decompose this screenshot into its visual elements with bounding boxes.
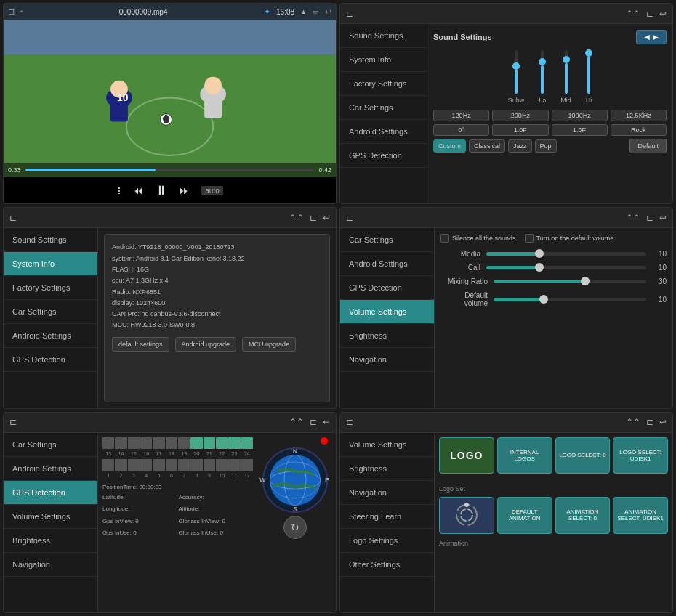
sidebar-item-brightness[interactable]: Brightness — [4, 529, 97, 553]
android-upgrade-btn[interactable]: Android upgrade — [175, 337, 237, 352]
default-vol-checkbox-box[interactable] — [525, 234, 534, 243]
home-icon[interactable]: ⊏ — [346, 213, 353, 223]
media-value: 10 — [652, 250, 667, 258]
preset-pop[interactable]: Pop — [535, 139, 557, 153]
nav-up-icon[interactable]: ⌃⌃ — [626, 213, 640, 223]
current-time: 0:33 — [8, 166, 21, 174]
freq-btn-120hz[interactable]: 120Hz — [433, 110, 489, 121]
nav-home-icon[interactable]: ⊏ — [646, 9, 653, 19]
sidebar-item-steering[interactable]: Steering Learn — [340, 505, 434, 529]
freq-btn-125khz[interactable]: 12.5KHz — [611, 110, 667, 121]
anim-select-udisk1-btn[interactable]: ANIMATION SELECT: UDISK1 — [613, 497, 668, 534]
sidebar-item-volume[interactable]: Volume Settings — [340, 433, 434, 457]
sidebar-item-car[interactable]: Car Settings — [4, 433, 97, 457]
sidebar-item-brightness[interactable]: Brightness — [340, 324, 434, 348]
logo-select-udisk1-btn[interactable]: LOGO SELECT: UDISK1 — [613, 437, 668, 474]
mcu-upgrade-btn[interactable]: MCU upgrade — [242, 337, 296, 352]
video-time-bar: 0:33 0:42 — [4, 163, 336, 177]
silence-checkbox-box[interactable] — [440, 234, 449, 243]
prev-btn[interactable]: ⏮ — [133, 185, 143, 196]
sidebar-item-gps-detection[interactable]: GPS Detection — [340, 276, 434, 300]
sidebar-item-car-settings[interactable]: Car Settings — [340, 228, 434, 252]
sidebar-item-system-info[interactable]: System Info — [340, 48, 427, 72]
preset-classical[interactable]: Classical — [469, 139, 505, 153]
nav-back-icon[interactable]: ↩ — [325, 7, 331, 17]
home-icon[interactable]: ⊏ — [346, 417, 353, 427]
sidebar-item-car[interactable]: Car Settings — [4, 300, 97, 324]
preset-row: Custom Classical Jazz Pop Default — [433, 139, 667, 153]
nav-up-icon[interactable]: ⌃⌃ — [626, 9, 640, 19]
default-settings-btn[interactable]: default settings — [112, 337, 169, 352]
eq-arrows-btn[interactable]: ◄► — [636, 30, 667, 44]
equalizer-btn[interactable]: ⫶ — [116, 185, 121, 196]
sidebar-item-android[interactable]: Android Settings — [4, 324, 97, 348]
sidebar-item-factory-settings[interactable]: Factory Settings — [340, 72, 427, 96]
sidebar-item-system-info[interactable]: System Info — [4, 252, 97, 276]
gps-refresh-btn[interactable]: ↻ — [283, 516, 307, 539]
info-system: system: Android 8.1 Car Edition kenel 3.… — [112, 254, 322, 264]
default-btn[interactable]: Default — [629, 139, 667, 153]
playpause-btn[interactable]: ⏸ — [155, 183, 168, 198]
nav-back-icon[interactable]: ↩ — [323, 213, 330, 223]
sidebar-item-volume-settings[interactable]: Volume Settings — [340, 300, 434, 324]
speed-label[interactable]: auto — [201, 186, 222, 195]
nav-home-icon[interactable]: ⊏ — [646, 417, 653, 427]
preset-jazz[interactable]: Jazz — [508, 139, 532, 153]
freq-btn-1000hz[interactable]: 1000Hz — [552, 110, 608, 121]
nav-back-icon[interactable]: ↩ — [323, 417, 330, 427]
nav-back-icon[interactable]: ↩ — [659, 417, 667, 427]
logo-main-item[interactable]: LOGO — [439, 437, 494, 474]
phase-btn-rock[interactable]: Rock — [611, 124, 667, 136]
nav-up-icon[interactable]: ⌃⌃ — [626, 417, 640, 427]
home-icon[interactable]: ⊏ — [346, 9, 353, 19]
anim-main-item[interactable] — [439, 497, 494, 534]
info-flash: FLASH: 16G — [112, 264, 322, 275]
sidebar-item-gps[interactable]: GPS Detection — [4, 481, 97, 505]
nav-home-icon[interactable]: ⊏ — [310, 417, 317, 427]
phase-btn-1f1[interactable]: 1.0F — [492, 124, 548, 136]
nav-up-icon[interactable]: ⌃⌃ — [289, 213, 304, 223]
sidebar-item-factory[interactable]: Factory Settings — [4, 276, 97, 300]
sidebar-item-car-settings[interactable]: Car Settings — [340, 96, 427, 120]
media-slider[interactable] — [486, 252, 646, 256]
sidebar-item-android-settings[interactable]: Android Settings — [340, 120, 427, 144]
nav-back-icon[interactable]: ↩ — [659, 9, 667, 19]
sidebar-item-navigation[interactable]: Navigation — [340, 481, 434, 505]
eq-channel-lo: Lo — [539, 50, 546, 104]
logo-select-0-btn[interactable]: LOGO SELECT: 0 — [555, 437, 611, 474]
sidebar-item-sound[interactable]: Sound Settings — [4, 228, 97, 252]
next-btn[interactable]: ⏭ — [180, 185, 190, 196]
default-vol-slider[interactable] — [494, 298, 646, 301]
silence-checkbox[interactable]: Silence all the sounds — [440, 234, 516, 243]
sidebar-item-navigation[interactable]: Navigation — [4, 553, 97, 577]
internal-logos-btn[interactable]: INTERNAL LOGOS — [497, 437, 552, 474]
sidebar-item-volume[interactable]: Volume Settings — [4, 505, 97, 529]
home-icon[interactable]: ⊏ — [9, 417, 17, 427]
sidebar-item-gps-detection[interactable]: GPS Detection — [340, 144, 427, 168]
call-value: 10 — [652, 264, 667, 272]
phase-btn-0[interactable]: 0° — [433, 124, 489, 136]
default-animation-btn[interactable]: DEFAULT ANIMATION — [497, 497, 552, 534]
nav-back-icon[interactable]: ↩ — [659, 213, 667, 223]
default-vol-checkbox[interactable]: Turn on the default volume — [525, 234, 614, 243]
anim-select-0-btn[interactable]: ANIMATION SELECT: 0 — [555, 497, 611, 534]
sidebar-item-sound-settings[interactable]: Sound Settings — [340, 24, 427, 48]
sidebar-item-logo[interactable]: Logo Settings — [340, 529, 434, 553]
nav-up-icon[interactable]: ⌃⌃ — [289, 417, 304, 427]
phase-btn-1f2[interactable]: 1.0F — [552, 124, 608, 136]
sidebar-item-brightness[interactable]: Brightness — [340, 457, 434, 481]
mixing-slider[interactable] — [494, 280, 646, 283]
nav-home-icon[interactable]: ⊏ — [310, 213, 317, 223]
sidebar-item-android[interactable]: Android Settings — [4, 457, 97, 481]
sidebar-item-android-settings[interactable]: Android Settings — [340, 252, 434, 276]
preset-custom[interactable]: Custom — [433, 139, 466, 153]
freq-btn-200hz[interactable]: 200Hz — [492, 110, 548, 121]
home-icon[interactable]: ⊏ — [9, 213, 17, 223]
nav-home-icon[interactable]: ⊏ — [646, 213, 653, 223]
progress-bar[interactable] — [25, 169, 315, 171]
sidebar-item-other[interactable]: Other Settings — [340, 553, 434, 577]
minimize-icon[interactable]: ⊟ — [8, 7, 15, 17]
call-slider[interactable] — [486, 266, 646, 270]
sidebar-item-navigation[interactable]: Navigation — [340, 348, 434, 372]
sidebar-item-gps[interactable]: GPS Detection — [4, 348, 97, 372]
